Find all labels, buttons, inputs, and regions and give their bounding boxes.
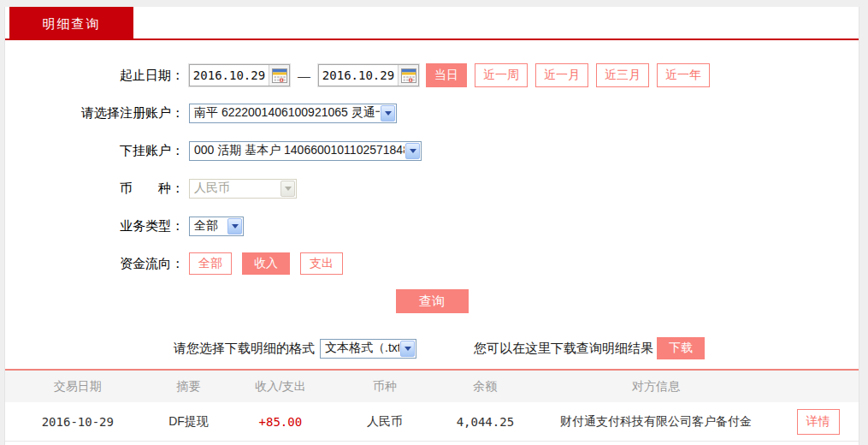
download-format-label: 请您选择下载明细的格式	[174, 341, 315, 357]
currency-value: 人民币	[190, 181, 234, 196]
quick-range-today-button[interactable]: 当日	[426, 63, 467, 87]
date-range-label: 起止日期：	[5, 68, 189, 84]
start-date-value: 2016.10.29	[190, 68, 269, 82]
header-currency: 币种	[334, 379, 436, 395]
quick-range-month-button[interactable]: 近一月	[535, 63, 588, 87]
register-account-row: 请选择注册账户： 南平 6222001406100921065 灵通卡	[5, 101, 859, 125]
main-panel: 明细查询 起止日期： 2016.10.29	[4, 7, 859, 445]
fund-flow-income-button[interactable]: 收入	[242, 252, 290, 275]
detail-button[interactable]: 详情	[797, 409, 840, 435]
sub-account-row: 下挂账户： 000 活期 基本户 1406600101102571848	[5, 139, 859, 163]
business-type-row: 业务类型： 全部	[5, 214, 859, 238]
register-account-value: 南平 6222001406100921065 灵通卡	[190, 105, 380, 121]
business-type-label: 业务类型：	[5, 218, 189, 234]
chevron-down-icon	[381, 105, 395, 122]
download-format-select[interactable]: 文本格式（.txt）	[320, 339, 416, 359]
cell-currency: 人民币	[334, 414, 436, 430]
end-date-input[interactable]: 2016.10.29	[318, 64, 419, 86]
currency-label: 币 种：	[5, 181, 189, 197]
cell-summary: DF提现	[151, 414, 227, 430]
register-account-select[interactable]: 南平 6222001406100921065 灵通卡	[189, 104, 397, 123]
cell-counterparty: 财付通支付科技有限公司客户备付金	[534, 414, 777, 430]
business-type-select[interactable]: 全部	[189, 217, 244, 236]
sub-account-select[interactable]: 000 活期 基本户 1406600101102571848	[189, 141, 422, 161]
currency-row: 币 种： 人民币	[5, 176, 859, 200]
cell-actions: 详情	[777, 409, 859, 435]
business-type-value: 全部	[190, 218, 222, 234]
quick-range-week-button[interactable]: 近一周	[475, 63, 528, 87]
date-separator: —	[298, 68, 310, 83]
currency-select: 人民币	[189, 179, 297, 199]
cell-balance: 4,044.25	[436, 415, 534, 429]
chevron-down-icon	[405, 143, 420, 159]
results-table: 交易日期 摘要 收入/支出 币种 余额 对方信息 2016-10-29 DF提现…	[5, 369, 859, 442]
quick-range-year-button[interactable]: 近一年	[657, 63, 710, 87]
fund-flow-all-button[interactable]: 全部	[189, 252, 232, 275]
register-account-label: 请选择注册账户：	[5, 105, 189, 122]
chevron-down-icon	[227, 218, 242, 234]
start-date-calendar-icon[interactable]	[269, 65, 289, 86]
download-format-value: 文本格式（.txt）	[321, 341, 399, 356]
cell-amount: +85.00	[227, 415, 334, 429]
cell-transaction-date: 2016-10-29	[5, 415, 151, 429]
query-button-row: 查询	[5, 289, 859, 313]
header-balance: 余额	[436, 379, 534, 395]
header-income-expense: 收入/支出	[227, 379, 334, 395]
table-row: 2016-10-29 DF提现 +85.00 人民币 4,044.25 财付通支…	[5, 402, 859, 442]
header-transaction-date: 交易日期	[5, 379, 151, 395]
table-header-row: 交易日期 摘要 收入/支出 币种 余额 对方信息	[5, 371, 859, 402]
date-range-row: 起止日期： 2016.10.29	[5, 63, 859, 87]
fund-flow-label: 资金流向：	[5, 256, 189, 272]
query-form: 起止日期： 2016.10.29	[5, 40, 859, 313]
header-summary: 摘要	[151, 379, 227, 395]
fund-flow-expense-button[interactable]: 支出	[300, 252, 343, 275]
sub-account-value: 000 活期 基本户 1406600101102571848	[190, 143, 404, 158]
end-date-calendar-icon[interactable]	[398, 65, 418, 86]
download-hint-text: 您可以在这里下载查询明细结果	[474, 341, 653, 357]
tab-bar: 明细查询	[5, 7, 859, 40]
chevron-down-icon	[280, 181, 295, 197]
header-counterparty: 对方信息	[534, 379, 777, 395]
chevron-down-icon	[400, 341, 415, 357]
query-button[interactable]: 查询	[396, 289, 469, 313]
start-date-input[interactable]: 2016.10.29	[189, 64, 290, 86]
sub-account-label: 下挂账户：	[5, 143, 189, 159]
fund-flow-row: 资金流向： 全部 收入 支出	[5, 252, 859, 276]
quick-range-quarter-button[interactable]: 近三月	[596, 63, 649, 87]
tab-detail-query[interactable]: 明细查询	[9, 7, 133, 40]
download-button[interactable]: 下载	[657, 337, 705, 359]
download-row: 请您选择下载明细的格式 文本格式（.txt） 您可以在这里下载查询明细结果 下载	[5, 337, 859, 359]
end-date-value: 2016.10.29	[319, 68, 398, 82]
